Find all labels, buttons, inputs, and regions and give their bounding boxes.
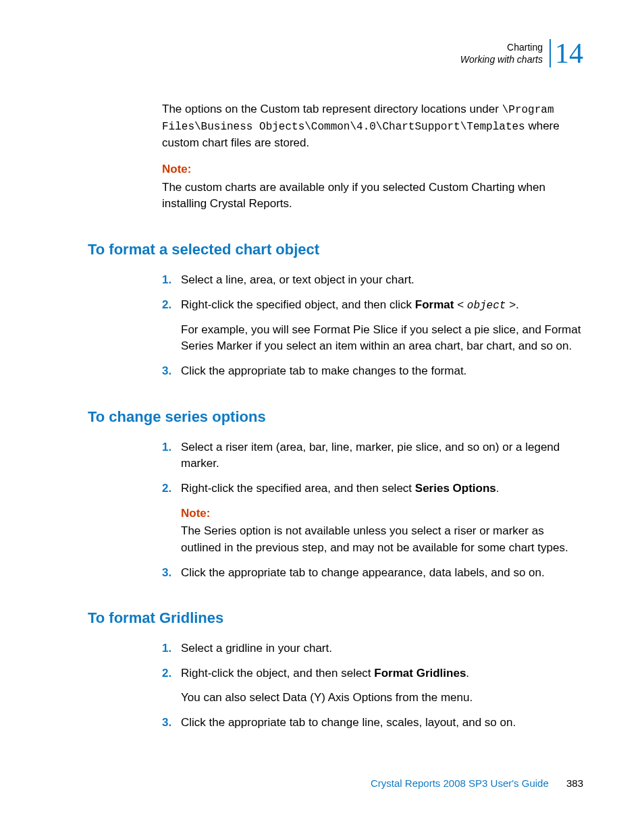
intro-note: Note: The custom charts are available on… bbox=[162, 161, 583, 213]
note-label: Note: bbox=[162, 161, 583, 178]
chapter-number: 14 bbox=[549, 39, 583, 67]
step-body: Right-click the specified area, and then… bbox=[181, 480, 583, 557]
note-text: The custom charts are available only if … bbox=[162, 181, 545, 211]
step-number: 3. bbox=[162, 565, 181, 582]
steps-format-object: 1. Select a line, area, or text object i… bbox=[162, 272, 583, 380]
intro-lead: The options on the Custom tab represent … bbox=[162, 103, 502, 115]
step-text: Click the appropriate tab to change appe… bbox=[181, 565, 583, 582]
note-label: Note: bbox=[181, 505, 583, 522]
heading-series-options: To change series options bbox=[88, 408, 583, 426]
list-item: 2. Right-click the object, and then sele… bbox=[162, 665, 583, 707]
step-number: 3. bbox=[162, 363, 181, 380]
step-frag: . bbox=[496, 482, 500, 495]
step-number: 2. bbox=[162, 665, 181, 707]
footer-title: Crystal Reports 2008 SP3 User's Guide bbox=[371, 777, 549, 789]
step-text: Click the appropriate tab to make change… bbox=[181, 363, 583, 380]
step-text: Select a gridline in your chart. bbox=[181, 640, 583, 657]
list-item: 2. Right-click the specified area, and t… bbox=[162, 480, 583, 557]
steps-series-options: 1. Select a riser item (area, bar, line,… bbox=[162, 439, 583, 581]
heading-format-gridlines: To format Gridlines bbox=[88, 609, 583, 627]
steps-format-gridlines: 1. Select a gridline in your chart. 2. R… bbox=[162, 640, 583, 732]
step-frag: >. bbox=[506, 298, 518, 311]
step-body: Right-click the object, and then select … bbox=[181, 665, 583, 707]
list-item: 3. Click the appropriate tab to make cha… bbox=[162, 363, 583, 380]
step-text: Select a line, area, or text object in y… bbox=[181, 272, 583, 289]
step-body: Right-click the specified object, and th… bbox=[181, 297, 583, 355]
step-number: 1. bbox=[162, 439, 181, 472]
list-item: 3. Click the appropriate tab to change a… bbox=[162, 565, 583, 582]
step-subtext: You can also select Data (Y) Axis Option… bbox=[181, 690, 583, 707]
step-number: 3. bbox=[162, 715, 181, 732]
step-number: 1. bbox=[162, 272, 181, 289]
list-item: 1. Select a riser item (area, bar, line,… bbox=[162, 439, 583, 472]
step-number: 2. bbox=[162, 297, 181, 355]
list-item: 3. Click the appropriate tab to change l… bbox=[162, 715, 583, 732]
step-frag: Right-click the specified area, and then… bbox=[181, 482, 415, 495]
header-text: Charting Working with charts bbox=[460, 41, 543, 65]
step-frag: < bbox=[454, 298, 466, 311]
step-subtext: For example, you will see Format Pie Sli… bbox=[181, 322, 583, 355]
step-frag: Right-click the specified object, and th… bbox=[181, 298, 415, 311]
intro-paragraph: The options on the Custom tab represent … bbox=[162, 101, 583, 152]
step-number: 2. bbox=[162, 480, 181, 557]
step-note: Note: The Series option is not available… bbox=[181, 505, 583, 557]
step-frag: Right-click the object, and then select bbox=[181, 667, 374, 680]
header-category: Charting bbox=[460, 41, 543, 53]
list-item: 1. Select a line, area, or text object i… bbox=[162, 272, 583, 289]
page-footer: Crystal Reports 2008 SP3 User's Guide 38… bbox=[371, 777, 583, 789]
document-page: Charting Working with charts 14 The opti… bbox=[0, 0, 644, 732]
footer-page-number: 383 bbox=[566, 777, 583, 789]
step-frag: . bbox=[466, 667, 469, 680]
step-bold: Format bbox=[415, 298, 454, 311]
step-bold: Format Gridlines bbox=[374, 667, 466, 680]
list-item: 1. Select a gridline in your chart. bbox=[162, 640, 583, 657]
step-number: 1. bbox=[162, 640, 181, 657]
step-text: Click the appropriate tab to change line… bbox=[181, 715, 583, 732]
header-subcategory: Working with charts bbox=[460, 53, 543, 65]
list-item: 2. Right-click the specified object, and… bbox=[162, 297, 583, 355]
step-bold: Series Options bbox=[415, 482, 496, 495]
note-text: The Series option is not available unles… bbox=[181, 524, 568, 554]
page-header: Charting Working with charts 14 bbox=[88, 39, 583, 67]
inline-code: object bbox=[467, 300, 506, 312]
step-text: Select a riser item (area, bar, line, ma… bbox=[181, 439, 583, 472]
heading-format-object: To format a selected chart object bbox=[88, 241, 583, 258]
